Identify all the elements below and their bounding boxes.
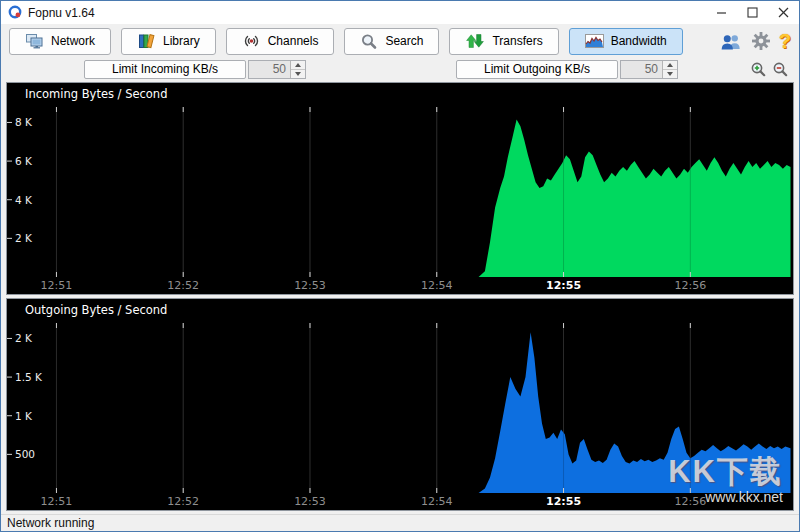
search-button-label: Search — [385, 34, 423, 48]
incoming-chart-panel: 12:5112:5212:5312:5412:5512:568 K6 K4 K2… — [6, 82, 794, 295]
incoming-spinner-buttons — [290, 61, 305, 78]
x-axis-label: 12:56 — [674, 279, 706, 292]
chart-title: Incoming Bytes / Second — [25, 87, 167, 101]
bandwidth-button[interactable]: Bandwidth — [569, 28, 683, 55]
close-button[interactable] — [768, 1, 799, 24]
x-axis-label: 12:51 — [41, 495, 73, 508]
x-axis-label: 12:54 — [421, 495, 453, 508]
help-icon[interactable]: ? — [779, 31, 791, 51]
x-axis-label: 12:56 — [674, 495, 706, 508]
triangle-down-icon — [295, 72, 301, 76]
x-axis-label: 12:53 — [294, 279, 326, 292]
outgoing-spin-down-button[interactable] — [663, 70, 677, 78]
status-text: Network running — [7, 516, 94, 530]
outgoing-chart: 12:5112:5212:5312:5412:5512:562 K1.5 K1 … — [7, 299, 793, 510]
y-axis-label: 4 K — [15, 194, 33, 206]
incoming-chart: 12:5112:5212:5312:5412:5512:568 K6 K4 K2… — [7, 83, 793, 294]
x-axis-label: 12:55 — [546, 279, 581, 292]
triangle-up-icon — [667, 63, 673, 67]
window-title: Fopnu v1.64 — [28, 6, 95, 20]
y-axis-label: 500 — [15, 448, 35, 460]
x-axis-label: 12:53 — [294, 495, 326, 508]
gear-icon[interactable] — [751, 31, 771, 51]
titlebar: Fopnu v1.64 — [1, 1, 799, 24]
x-axis-label: 12:52 — [167, 495, 199, 508]
bandwidth-button-label: Bandwidth — [611, 34, 667, 48]
transfers-button-label: Transfers — [492, 34, 542, 48]
app-window: Fopnu v1.64 N — [0, 0, 800, 532]
zoom-out-icon[interactable] — [772, 61, 789, 78]
status-bar: Network running — [1, 514, 799, 531]
bandwidth-chart-icon — [585, 34, 604, 48]
y-axis-label: 2 K — [15, 332, 33, 344]
zoom-in-icon[interactable] — [750, 61, 767, 78]
maximize-button[interactable] — [737, 1, 768, 24]
users-icon[interactable] — [719, 33, 743, 50]
incoming-spin-down-button[interactable] — [291, 70, 305, 78]
window-controls — [706, 1, 799, 24]
y-axis-label: 6 K — [15, 155, 33, 167]
charts-area: 12:5112:5212:5312:5412:5512:568 K6 K4 K2… — [1, 80, 799, 514]
outgoing-spinner-buttons — [662, 61, 677, 78]
triangle-down-icon — [667, 72, 673, 76]
outgoing-spin-up-button[interactable] — [663, 61, 677, 70]
incoming-limit-spinner[interactable]: 50 — [248, 60, 306, 79]
outgoing-limit-value[interactable]: 50 — [621, 61, 662, 78]
y-axis-label: 1 K — [15, 410, 33, 422]
y-axis-label: 8 K — [15, 116, 33, 128]
zoom-controls — [750, 61, 789, 78]
toolbar-right-icons: ? — [719, 31, 791, 51]
main-toolbar: Network Library — [1, 24, 799, 58]
outgoing-chart-panel: 12:5112:5212:5312:5412:5512:562 K1.5 K1 … — [6, 298, 794, 511]
computer-icon — [25, 33, 44, 49]
antenna-icon — [242, 33, 261, 49]
library-button[interactable]: Library — [121, 28, 216, 55]
x-axis-label: 12:52 — [167, 279, 199, 292]
network-button[interactable]: Network — [9, 28, 111, 55]
x-axis-label: 12:54 — [421, 279, 453, 292]
library-button-label: Library — [163, 34, 200, 48]
transfers-button[interactable]: Transfers — [449, 28, 558, 55]
maximize-icon — [747, 7, 758, 18]
incoming-limit-value[interactable]: 50 — [249, 61, 290, 78]
incoming-spin-up-button[interactable] — [291, 61, 305, 70]
x-axis-label: 12:51 — [41, 279, 73, 292]
network-button-label: Network — [51, 34, 95, 48]
minimize-button[interactable] — [706, 1, 737, 24]
magnifier-icon — [360, 33, 378, 50]
books-icon — [137, 33, 156, 49]
limit-outgoing-button[interactable]: Limit Outgoing KB/s — [456, 60, 618, 79]
triangle-up-icon — [295, 63, 301, 67]
close-icon — [778, 7, 789, 18]
channels-button[interactable]: Channels — [226, 28, 335, 55]
up-down-arrows-icon — [465, 33, 485, 49]
y-axis-label: 2 K — [15, 232, 33, 244]
minimize-icon — [716, 7, 727, 18]
y-axis-label: 1.5 K — [15, 371, 43, 383]
channels-button-label: Channels — [268, 34, 319, 48]
search-button[interactable]: Search — [344, 28, 439, 55]
x-axis-label: 12:55 — [546, 495, 581, 508]
fopnu-logo-icon — [8, 5, 23, 20]
limit-incoming-button[interactable]: Limit Incoming KB/s — [84, 60, 246, 79]
chart-title: Outgoing Bytes / Second — [25, 303, 167, 317]
limit-toolbar: Limit Incoming KB/s 50 Limit Outgoing KB… — [1, 58, 799, 80]
outgoing-limit-spinner[interactable]: 50 — [620, 60, 678, 79]
